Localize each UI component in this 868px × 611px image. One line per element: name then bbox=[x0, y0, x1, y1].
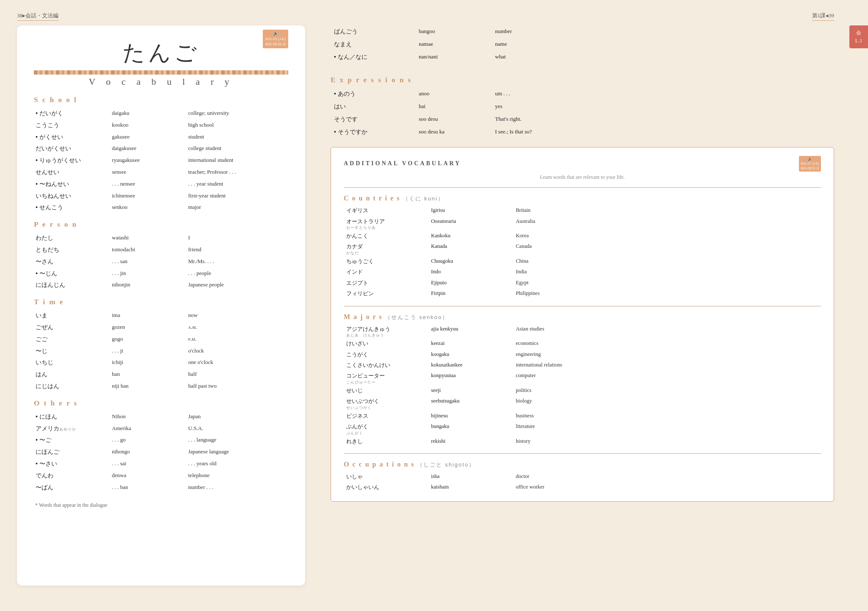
list-item: • せんこうsenkoomajor bbox=[34, 202, 288, 214]
list-item: カナダかなだKanadaCanada bbox=[344, 241, 821, 256]
section-time: T i m e bbox=[34, 298, 288, 306]
list-item: 〜じ. . . jio'clock bbox=[34, 345, 288, 357]
list-item: • りゅうがくせいryuugakuseeinternational studen… bbox=[34, 155, 288, 167]
list-item: フィリピンFiripinPhilippines bbox=[344, 288, 821, 299]
list-item: アジアけんきゅうあじあ けんきゅうajia kenkyuuAsian studi… bbox=[344, 324, 821, 338]
list-item: • だいがくdaigakucollege; university bbox=[34, 108, 288, 119]
divider bbox=[344, 306, 821, 306]
vocabulary-panel: たんご 🔊 K01-05 [J-E] K01-06 [E-J] V o c a … bbox=[17, 25, 305, 586]
top-vocab-table: ばんごうbangoonumber なまえnamaename • なん／なにnan… bbox=[331, 25, 834, 63]
list-item: はんhanhalf bbox=[34, 369, 288, 380]
list-item: ともだちtomodachifriend bbox=[34, 244, 288, 256]
list-item: こうがくkoogakuengineering bbox=[344, 349, 821, 360]
divider bbox=[344, 187, 821, 188]
list-item: • あのうanooum . . . bbox=[331, 88, 834, 100]
list-item: にじはんniji hanhalf past two bbox=[34, 380, 288, 392]
list-item: こうこうkookoohigh school bbox=[34, 119, 288, 131]
list-item: イギリスIgirisuBritain bbox=[344, 205, 821, 216]
page-number-left: 38▸会話・文法編 bbox=[17, 12, 58, 21]
list-item: にほんごnihongoJapanese language bbox=[34, 446, 288, 458]
list-item: ビジネスbijinesubusiness bbox=[344, 411, 821, 421]
chapter-tab: 会 L.1 bbox=[849, 25, 868, 48]
section-others: O t h e r s bbox=[34, 399, 288, 408]
additional-header: ADDITIONAL VOCABULARY 🔊 K01-07 [J-E] K01… bbox=[344, 156, 821, 172]
list-item: • そうですかsoo desu kaI see.; Is that so? bbox=[331, 126, 834, 139]
vocab-title-english: V o c a b u l a r y bbox=[34, 76, 288, 87]
list-item: かんこくKankokuKorea bbox=[344, 231, 821, 241]
list-item: コンピューターこんぴゅーたーkonpyuutaacomputer bbox=[344, 370, 821, 385]
list-item: オーストラリアおーすとらりあOosutorariaAustralia bbox=[344, 216, 821, 231]
list-item: • がくせいgakuseestudent bbox=[34, 131, 288, 143]
countries-header: C o u n t r i e s （くに kuni） bbox=[344, 194, 821, 203]
list-item: はいhaiyes bbox=[331, 100, 834, 113]
top-vocab-section: ばんごうbangoonumber なまえnamaename • なん／なにnan… bbox=[331, 25, 834, 63]
list-item: れきしrekishihistory bbox=[344, 436, 821, 447]
list-item: いちねんせいichinenseefirst-year student bbox=[34, 190, 288, 202]
list-item: いまimanow bbox=[34, 310, 288, 322]
countries-table: イギリスIgirisuBritain オーストラリアおーすとらりあOosutor… bbox=[344, 205, 821, 299]
list-item: • 〜ご. . . go. . . language bbox=[34, 434, 288, 446]
list-item: • 〜ねんせい. . . nensee. . . year student bbox=[34, 178, 288, 190]
list-item: なまえnamaename bbox=[331, 38, 834, 51]
list-item: 〜さん. . . sanMr./Ms. . . . bbox=[34, 256, 288, 268]
expressions-header: E x p r e s s i o n s bbox=[331, 76, 834, 84]
right-panel: ばんごうbangoonumber なまえnamaename • なん／なにnan… bbox=[331, 25, 834, 586]
page-number-right: 第1課◂39 bbox=[812, 12, 835, 21]
list-item: せんせいsenseeteacher; Professor . . . bbox=[34, 167, 288, 178]
divider bbox=[344, 453, 821, 454]
person-vocab-table: わたしwatashiI ともだちtomodachifriend 〜さん. . .… bbox=[34, 232, 288, 291]
section-school: S c h o o l bbox=[34, 96, 288, 104]
list-item: アメリカあめりかAmerikaU.S.A. bbox=[34, 423, 288, 435]
list-item: エジプトEjiputoEgypt bbox=[344, 278, 821, 288]
majors-table: アジアけんきゅうあじあ けんきゅうajia kenkyuuAsian studi… bbox=[344, 324, 821, 447]
list-item: ちゅうごくChuugokuChina bbox=[344, 256, 821, 267]
occupations-header: O c c u p a t i o n s （しごと shigoto） bbox=[344, 461, 821, 469]
list-item: だいがくせいdaigakuseecollege student bbox=[34, 143, 288, 155]
footnote: ＊Words that appear in the dialogue bbox=[34, 502, 288, 509]
time-vocab-table: いまimanow ごぜんgozena.m. ごごgogop.m. 〜じ. . .… bbox=[34, 310, 288, 392]
list-item: せいぶつがくせいぶつがくseebutsugakubiology bbox=[344, 396, 821, 410]
list-item: ごぜんgozena.m. bbox=[34, 322, 288, 333]
list-item: ばんごうbangoonumber bbox=[331, 25, 834, 38]
list-item: こくさいかんけいkokusaikankeeinternational relat… bbox=[344, 360, 821, 370]
audio-badge-additional[interactable]: 🔊 K01-07 [J-E] K01-08 [E-J] bbox=[799, 156, 821, 172]
vocab-title-japanese: たんご bbox=[34, 38, 288, 68]
list-item: わたしwatashiI bbox=[34, 232, 288, 244]
list-item: でんわdenwatelephone bbox=[34, 470, 288, 482]
section-person: P e r s o n bbox=[34, 220, 288, 229]
list-item: いしゃishadoctor bbox=[344, 471, 821, 482]
list-item: • にほんNihonJapan bbox=[34, 411, 288, 423]
list-item: • なん／なにnan/naniwhat bbox=[331, 51, 834, 64]
list-item: ごごgogop.m. bbox=[34, 333, 288, 345]
expressions-table: • あのうanooum . . . はいhaiyes そうですsoo desuT… bbox=[331, 88, 834, 138]
list-item: にほんじんnihonjinJapanese people bbox=[34, 279, 288, 291]
majors-header: M a j o r s （せんこう senkoo） bbox=[344, 313, 821, 321]
audio-badge-left[interactable]: 🔊 K01-05 [J-E] K01-06 [E-J] bbox=[263, 30, 288, 48]
additional-subtitle: Learn words that are relevant to your li… bbox=[344, 174, 821, 181]
list-item: ぶんがくぶんがくbungakuliterature bbox=[344, 421, 821, 436]
list-item: インドIndoIndia bbox=[344, 267, 821, 277]
list-item: いちじichijione o'clock bbox=[34, 357, 288, 369]
list-item: かいしゃいんkaishainoffice worker bbox=[344, 482, 821, 492]
list-item: 〜ばん. . . bannumber . . . bbox=[34, 482, 288, 494]
decorative-bar bbox=[34, 70, 288, 75]
list-item: そうですsoo desuThat's right. bbox=[331, 113, 834, 126]
additional-vocab-box: ADDITIONAL VOCABULARY 🔊 K01-07 [J-E] K01… bbox=[331, 147, 834, 502]
others-vocab-table: • にほんNihonJapan アメリカあめりかAmerikaU.S.A. • … bbox=[34, 411, 288, 494]
list-item: • 〜じん. . . jin. . . people bbox=[34, 268, 288, 280]
list-item: • 〜さい. . . sai. . . years old bbox=[34, 458, 288, 470]
occupations-table: いしゃishadoctor かいしゃいんkaishainoffice worke… bbox=[344, 471, 821, 493]
list-item: けいざいkeezaieconomics bbox=[344, 338, 821, 349]
list-item: せいじseejipolitics bbox=[344, 385, 821, 396]
school-vocab-table: • だいがくdaigakucollege; university こうこうkoo… bbox=[34, 108, 288, 214]
additional-title: ADDITIONAL VOCABULARY bbox=[344, 160, 461, 167]
